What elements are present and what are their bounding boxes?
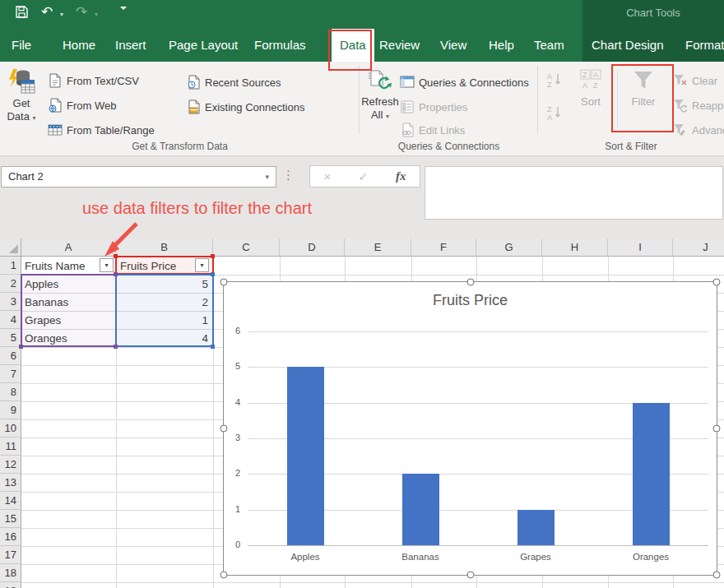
- formula-row: Chart 2▾ ⋮ × ✓ fx: [0, 156, 724, 238]
- row-header-16[interactable]: 16: [0, 528, 21, 546]
- tab-format[interactable]: Format: [685, 29, 724, 62]
- name-box[interactable]: Chart 2▾: [1, 166, 276, 188]
- save-icon[interactable]: [15, 5, 29, 19]
- chart-selection-handle[interactable]: [466, 572, 474, 579]
- column-header-j[interactable]: J: [673, 238, 724, 257]
- clear-filter-icon: [673, 73, 688, 88]
- filter-dropdown-fruits-price[interactable]: ▾: [195, 258, 209, 272]
- column-header-d[interactable]: D: [280, 238, 345, 257]
- row-header-8[interactable]: 8: [0, 383, 21, 401]
- recent-sources-button[interactable]: Recent Sources: [186, 72, 281, 92]
- grid-line: [116, 257, 117, 588]
- row-header-9[interactable]: 9: [0, 401, 21, 419]
- tab-team[interactable]: Team: [534, 29, 564, 62]
- y-axis-tick-label: 3: [224, 433, 240, 442]
- cell-fruit-name[interactable]: Apples: [25, 275, 113, 293]
- sort-ascending-icon: AZ: [546, 72, 563, 88]
- row-header-13[interactable]: 13: [0, 474, 21, 492]
- clear-filter-button: Clear: [673, 71, 717, 90]
- row-header-2[interactable]: 2: [0, 275, 21, 293]
- column-header-b[interactable]: B: [116, 238, 213, 257]
- undo-icon[interactable]: ↶: [41, 3, 53, 21]
- row-header-18[interactable]: 18: [0, 564, 21, 582]
- tab-view[interactable]: View: [440, 29, 466, 62]
- tab-page-layout[interactable]: Page Layout: [169, 29, 238, 62]
- tab-insert[interactable]: Insert: [115, 29, 146, 62]
- cell-fruit-name[interactable]: Oranges: [25, 330, 113, 347]
- undo-dropdown-icon[interactable]: ▾: [60, 11, 63, 18]
- row-header-3[interactable]: 3: [0, 293, 21, 311]
- refresh-all-button[interactable]: Refresh All ▾: [359, 67, 401, 123]
- chart-selection-handle[interactable]: [220, 279, 228, 286]
- cell-fruit-name[interactable]: Grapes: [25, 312, 113, 329]
- column-header-e[interactable]: E: [345, 238, 411, 257]
- from-text-csv-button[interactable]: From Text/CSV: [48, 71, 139, 90]
- cancel-icon: ×: [324, 169, 332, 183]
- reapply-filter-button: Reapply: [673, 95, 724, 115]
- queries-connections-button[interactable]: Queries & Connections: [400, 72, 529, 92]
- row-header-4[interactable]: 4: [0, 311, 21, 329]
- cell-fruit-price[interactable]: 1: [119, 312, 208, 329]
- row-header-12[interactable]: 12: [0, 456, 21, 474]
- row-header-1[interactable]: 1: [0, 257, 21, 275]
- row-header-14[interactable]: 14: [0, 492, 21, 510]
- tab-help[interactable]: Help: [489, 29, 514, 62]
- row-header-7[interactable]: 7: [0, 365, 21, 383]
- recent-sources-icon: [186, 75, 201, 90]
- column-header-c[interactable]: C: [213, 238, 280, 257]
- group-label-sort-filter: Sort & Filter: [538, 141, 724, 152]
- row-header-19[interactable]: 19: [0, 582, 21, 588]
- row-header-10[interactable]: 10: [0, 419, 21, 438]
- chart-selection-handle[interactable]: [713, 279, 721, 286]
- insert-function-icon[interactable]: fx: [396, 169, 406, 183]
- chart-bar-apples: [287, 367, 324, 545]
- chart-selection-handle[interactable]: [220, 572, 228, 579]
- tab-file[interactable]: File: [12, 29, 31, 62]
- column-header-a[interactable]: A: [21, 238, 116, 257]
- chart-selection-handle[interactable]: [466, 279, 474, 286]
- row-header-6[interactable]: 6: [0, 347, 21, 365]
- name-box-dropdown-icon[interactable]: ▾: [265, 167, 269, 187]
- formula-bar-input[interactable]: [425, 166, 723, 220]
- from-table-range-button[interactable]: From Table/Range: [48, 120, 155, 140]
- column-header-i[interactable]: I: [608, 238, 673, 257]
- ribbon: Get Data ▾ From Text/CSV From Web From T…: [0, 62, 724, 156]
- tab-formulas[interactable]: Formulas: [254, 29, 306, 62]
- existing-connections-icon: [186, 100, 201, 114]
- cell-b1-fruits-price[interactable]: Fruits Price: [120, 257, 193, 275]
- select-all-button[interactable]: [0, 238, 21, 257]
- embedded-chart[interactable]: Fruits Price 0123456ApplesBananasGrapesO…: [223, 281, 717, 576]
- cell-fruit-price[interactable]: 4: [119, 330, 208, 347]
- group-separator: [537, 66, 538, 133]
- range-handle: [211, 272, 215, 276]
- tab-review[interactable]: Review: [379, 29, 420, 62]
- tab-data[interactable]: Data: [332, 29, 374, 62]
- tab-home[interactable]: Home: [63, 29, 95, 62]
- get-data-button[interactable]: Get Data ▾: [2, 67, 41, 125]
- column-header-g[interactable]: G: [476, 238, 542, 257]
- from-web-button[interactable]: From Web: [48, 95, 116, 115]
- row-header-5[interactable]: 5: [0, 329, 21, 347]
- cell-fruit-name[interactable]: Bananas: [25, 294, 113, 311]
- chart-selection-handle[interactable]: [713, 425, 721, 433]
- row-header-17[interactable]: 17: [0, 546, 21, 564]
- chart-selection-handle[interactable]: [713, 572, 721, 579]
- cell-fruit-price[interactable]: 2: [119, 294, 208, 311]
- range-handle: [211, 345, 215, 349]
- cell-a1-fruits-name[interactable]: Fruits Name: [25, 257, 99, 275]
- column-header-h[interactable]: H: [542, 238, 608, 257]
- button-separator: [617, 70, 618, 127]
- existing-connections-button[interactable]: Existing Connections: [186, 97, 304, 117]
- filter-dropdown-fruits-name[interactable]: ▾: [100, 258, 114, 272]
- row-header-15[interactable]: 15: [0, 510, 21, 528]
- refresh-all-icon: [366, 67, 394, 95]
- column-header-f[interactable]: F: [411, 238, 476, 257]
- customize-quick-access-toolbar-icon[interactable]: [120, 10, 129, 25]
- formula-bar-handle[interactable]: ⋮: [282, 168, 295, 183]
- chart-selection-handle[interactable]: [220, 425, 228, 433]
- grid-line: [213, 257, 214, 588]
- cell-fruit-price[interactable]: 5: [119, 275, 208, 293]
- x-axis-category-label: Apples: [248, 552, 363, 562]
- tab-chart-design[interactable]: Chart Design: [592, 29, 664, 62]
- row-header-11[interactable]: 11: [0, 438, 21, 456]
